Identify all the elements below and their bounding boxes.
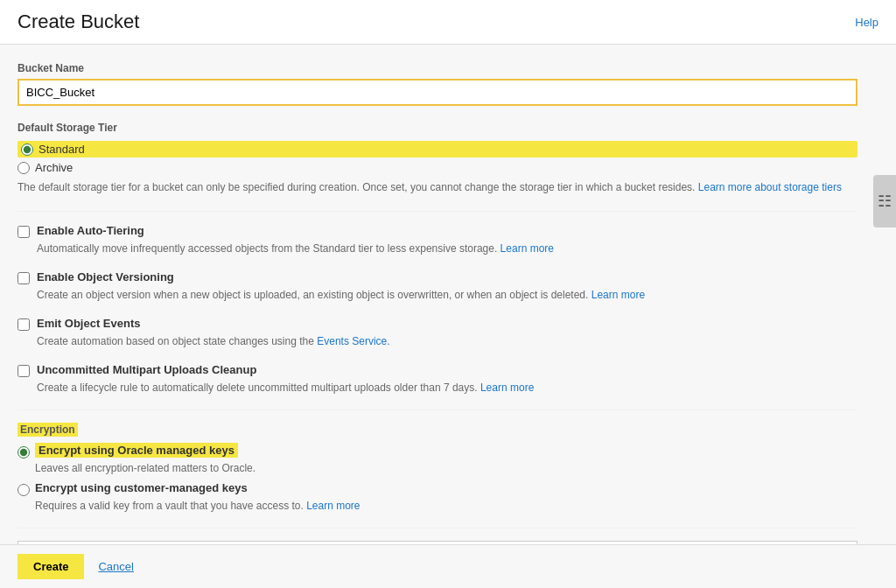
page-title: Create Bucket [18,10,139,33]
divider-3 [18,528,858,528]
bottom-bar: Create Cancel [0,544,896,588]
emit-events-desc: Create automation based on object state … [18,333,858,349]
help-link[interactable]: Help [855,16,878,29]
multipart-cleanup-label[interactable]: Uncommitted Multipart Uploads Cleanup [37,363,256,376]
object-versioning-checkbox[interactable] [18,272,30,284]
divider-2 [18,410,858,410]
storage-tier-standard-label: Standard [38,143,85,156]
auto-tiering-section: Enable Auto-Tiering Automatically move i… [18,224,858,256]
encrypt-oracle-managed-label[interactable]: Encrypt using Oracle managed keys [35,444,238,457]
object-versioning-label[interactable]: Enable Object Versioning [37,270,174,284]
storage-tier-standard[interactable]: Standard [18,141,858,158]
bucket-name-section: Bucket Name [18,62,858,106]
multipart-cleanup-section: Uncommitted Multipart Uploads Cleanup Cr… [18,363,858,396]
encrypt-customer-managed-desc: Requires a valid key from a vault that y… [18,500,858,512]
object-versioning-desc: Create an object version when a new obje… [18,287,858,303]
emit-events-label[interactable]: Emit Object Events [37,317,140,330]
auto-tiering-checkbox[interactable] [18,226,30,238]
multipart-cleanup-checkbox[interactable] [18,365,30,377]
encryption-label: Encryption [18,423,78,437]
multipart-cleanup-desc: Create a lifecycle rule to automatically… [18,380,858,396]
storage-tier-radio-group: Standard Archive [18,141,858,174]
auto-tiering-learn-more[interactable]: Learn more [500,242,554,255]
storage-tier-archive-label: Archive [35,161,73,174]
auto-tiering-label[interactable]: Enable Auto-Tiering [37,224,144,237]
storage-tier-learn-more[interactable]: Learn more about storage tiers [698,181,842,193]
encryption-section: Encryption Encrypt using Oracle managed … [18,423,858,512]
emit-events-checkbox-item: Emit Object Events [18,317,858,331]
encrypt-customer-learn-more[interactable]: Learn more [306,500,360,512]
page-header: Create Bucket Help [0,0,896,45]
emit-events-checkbox[interactable] [18,318,30,331]
storage-tier-archive-radio[interactable] [18,162,30,174]
multipart-cleanup-checkbox-item: Uncommitted Multipart Uploads Cleanup [18,363,858,377]
side-widget-icon: ☷ [878,192,892,211]
object-versioning-learn-more[interactable]: Learn more [592,289,645,301]
bucket-name-label: Bucket Name [18,62,858,74]
create-button[interactable]: Create [18,554,84,579]
storage-tier-help: The default storage tier for a bucket ca… [18,179,858,195]
encrypt-customer-managed-radio[interactable] [18,484,30,496]
encrypt-customer-managed-option: Encrypt using customer-managed keys [18,481,858,496]
side-widget[interactable]: ☷ [873,175,896,228]
auto-tiering-desc: Automatically move infrequently accessed… [18,241,858,256]
encrypt-oracle-managed-option: Encrypt using Oracle managed keys [18,444,858,458]
bucket-name-input[interactable] [18,79,858,106]
object-versioning-checkbox-item: Enable Object Versioning [18,270,858,284]
multipart-cleanup-learn-more[interactable]: Learn more [480,382,534,394]
encrypt-oracle-managed-desc: Leaves all encryption-related matters to… [18,462,858,474]
storage-tier-standard-radio[interactable] [21,144,33,156]
emit-events-section: Emit Object Events Create automation bas… [18,317,858,349]
cancel-button[interactable]: Cancel [94,554,136,579]
encrypt-oracle-managed-radio[interactable] [18,446,30,458]
storage-tier-archive[interactable]: Archive [18,161,858,174]
divider-1 [18,211,858,212]
page-content: Bucket Name Default Storage Tier Standar… [0,45,875,588]
storage-tier-label: Default Storage Tier [18,122,858,134]
events-service-link[interactable]: Events Service. [317,335,389,347]
object-versioning-section: Enable Object Versioning Create an objec… [18,270,858,303]
encrypt-customer-managed-label[interactable]: Encrypt using customer-managed keys [35,481,248,494]
storage-tier-section: Default Storage Tier Standard Archive Th… [18,122,858,195]
auto-tiering-checkbox-item: Enable Auto-Tiering [18,224,858,238]
